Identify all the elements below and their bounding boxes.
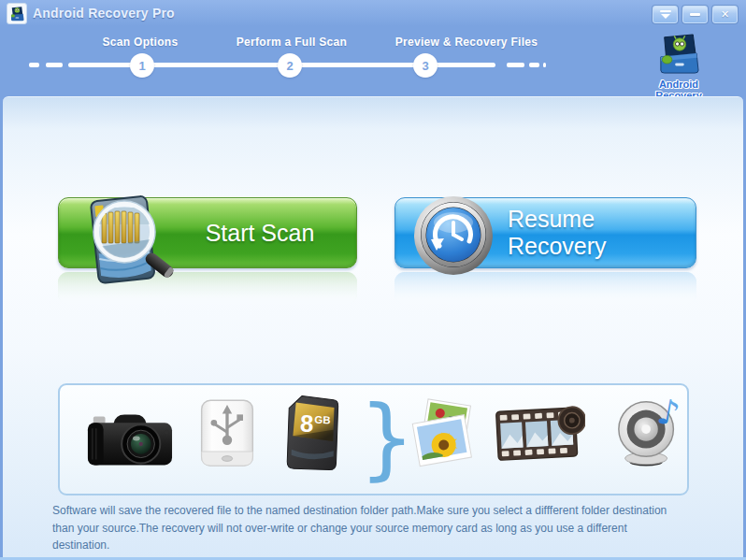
film-strip-icon	[495, 400, 585, 471]
title-bar: Android Recovery Pro ✕	[0, 0, 746, 28]
logo-text-line1: Android	[653, 79, 705, 90]
window-controls: ✕	[653, 6, 738, 23]
footer-note: Software will save the recovered file to…	[52, 502, 667, 554]
progress-dash	[543, 63, 546, 67]
resume-recovery-label: Resume Recovery	[508, 198, 688, 267]
minimize-icon	[690, 13, 700, 16]
step-label-full-scan: Perform a Full Scan	[237, 36, 347, 49]
music-note-glyph: ♪	[654, 395, 683, 435]
progress-dash	[46, 63, 63, 67]
time-machine-icon	[410, 192, 496, 281]
photos-icon	[408, 396, 481, 475]
start-scan-label: Start Scan	[171, 198, 349, 267]
step-circle-1: 1	[130, 53, 154, 78]
step-circle-2: 2	[278, 53, 302, 78]
progress-dash	[507, 63, 524, 67]
sd-capacity-unit: GB	[314, 414, 330, 426]
step-label-preview-recovery: Preview & Recovery Files	[395, 36, 538, 49]
close-icon: ✕	[721, 9, 729, 20]
progress-dash	[529, 63, 539, 67]
rollup-button[interactable]	[653, 6, 678, 23]
step-label-scan-options: Scan Options	[103, 36, 179, 49]
close-button[interactable]: ✕	[712, 6, 738, 23]
brace-separator: }	[359, 391, 415, 486]
footer-line-3: destination.	[52, 537, 667, 554]
footer-line-1: Software will save the recovered file to…	[52, 502, 667, 520]
progress-dash	[29, 63, 39, 67]
camera-icon	[86, 408, 174, 473]
usb-drive-icon	[196, 398, 258, 477]
sd-capacity-number: 8	[300, 409, 314, 436]
scan-card-magnifier-icon	[74, 191, 179, 295]
app-window: Android Recovery Pro ✕ Scan Options Perf…	[0, 0, 746, 560]
audio-speaker-icon: ♪	[611, 395, 690, 473]
step-circle-3: 3	[413, 53, 438, 78]
brand-logo: Android Recovery	[653, 34, 705, 101]
window-title: Android Recovery Pro	[33, 6, 175, 21]
resume-recovery-button[interactable]: Resume Recovery	[395, 197, 696, 268]
footer-line-2: than your source.The recovery will not o…	[52, 520, 667, 538]
rollup-icon	[660, 10, 671, 20]
supported-media-box: 8 GB }	[58, 383, 689, 495]
minimize-button[interactable]	[682, 6, 708, 23]
android-recovery-logo-icon	[656, 34, 701, 75]
start-scan-button[interactable]: Start Scan	[58, 197, 357, 268]
app-icon	[7, 3, 27, 24]
sd-card-icon: 8 GB	[284, 395, 342, 475]
